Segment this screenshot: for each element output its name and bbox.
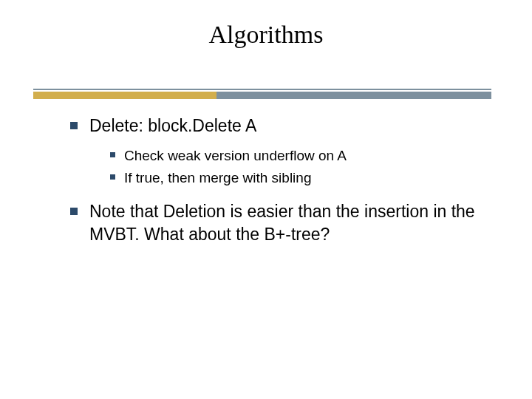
square-bullet-icon — [110, 152, 115, 157]
list-item-text: If true, then merge with sibling — [124, 168, 311, 188]
list-item: Delete: block.Delete A — [70, 115, 499, 137]
list-item: Check weak version underflow on A — [110, 146, 499, 166]
square-bullet-icon — [70, 122, 78, 129]
list-item-text: Check weak version underflow on A — [124, 146, 347, 166]
divider-thin — [33, 89, 491, 90]
list-item-text: Delete: block.Delete A — [89, 115, 256, 137]
list-item-text: Note that Deletion is easier than the in… — [89, 200, 499, 246]
list-item: If true, then merge with sibling — [110, 168, 499, 188]
slide: Algorithms Delete: block.Delete A Check … — [0, 0, 532, 399]
slide-body: Delete: block.Delete A Check weak versio… — [70, 115, 499, 255]
sublist: Check weak version underflow on A If tru… — [110, 146, 499, 187]
square-bullet-icon — [110, 174, 115, 180]
divider-accent-left — [33, 92, 216, 99]
divider-accent-right — [216, 92, 491, 99]
list-item: Note that Deletion is easier than the in… — [70, 200, 499, 246]
slide-title: Algorithms — [0, 21, 532, 49]
square-bullet-icon — [70, 208, 78, 215]
